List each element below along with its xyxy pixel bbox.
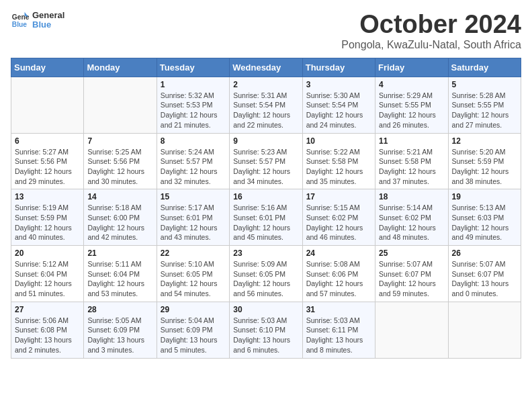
day-detail: Sunrise: 5:09 AMSunset: 6:05 PMDaylight:…	[233, 259, 298, 299]
day-number: 26	[452, 248, 517, 258]
day-cell: 4Sunrise: 5:29 AMSunset: 5:55 PMDaylight…	[375, 77, 448, 133]
day-detail: Sunrise: 5:21 AMSunset: 5:58 PMDaylight:…	[379, 147, 444, 187]
day-detail: Sunrise: 5:32 AMSunset: 5:53 PMDaylight:…	[161, 91, 226, 130]
subtitle: Pongola, KwaZulu-Natal, South Africa	[341, 39, 521, 51]
day-number: 20	[15, 248, 80, 258]
day-detail: Sunrise: 5:16 AMSunset: 6:01 PMDaylight:…	[233, 203, 298, 242]
day-cell	[84, 77, 157, 133]
day-header-sunday: Sunday	[11, 58, 84, 77]
day-cell	[375, 302, 448, 358]
svg-text:General: General	[12, 13, 30, 21]
day-number: 30	[233, 305, 298, 314]
day-number: 22	[161, 248, 226, 258]
day-cell: 21Sunrise: 5:11 AMSunset: 6:04 PMDayligh…	[84, 246, 157, 302]
day-detail: Sunrise: 5:19 AMSunset: 5:59 PMDaylight:…	[15, 203, 80, 242]
day-detail: Sunrise: 5:15 AMSunset: 6:02 PMDaylight:…	[306, 203, 371, 242]
day-cell: 15Sunrise: 5:17 AMSunset: 6:01 PMDayligh…	[157, 189, 229, 246]
day-number: 12	[452, 136, 517, 146]
day-number: 10	[306, 136, 371, 146]
day-number: 3	[306, 80, 371, 89]
day-cell: 2Sunrise: 5:31 AMSunset: 5:54 PMDaylight…	[230, 77, 302, 133]
day-number: 1	[161, 80, 226, 89]
day-cell: 14Sunrise: 5:18 AMSunset: 6:00 PMDayligh…	[84, 189, 157, 246]
day-detail: Sunrise: 5:17 AMSunset: 6:01 PMDaylight:…	[161, 203, 226, 242]
day-cell: 13Sunrise: 5:19 AMSunset: 5:59 PMDayligh…	[11, 189, 84, 246]
day-detail: Sunrise: 5:24 AMSunset: 5:57 PMDaylight:…	[161, 147, 226, 187]
day-header-monday: Monday	[84, 58, 157, 77]
day-cell: 12Sunrise: 5:20 AMSunset: 5:59 PMDayligh…	[448, 133, 521, 189]
day-cell: 28Sunrise: 5:05 AMSunset: 6:09 PMDayligh…	[84, 302, 157, 358]
day-header-wednesday: Wednesday	[230, 58, 302, 77]
day-number: 29	[161, 305, 226, 314]
day-number: 23	[233, 248, 298, 258]
day-cell: 20Sunrise: 5:12 AMSunset: 6:04 PMDayligh…	[11, 246, 84, 302]
day-header-tuesday: Tuesday	[157, 58, 229, 77]
day-cell	[448, 302, 521, 358]
day-number: 6	[15, 136, 80, 146]
day-detail: Sunrise: 5:08 AMSunset: 6:06 PMDaylight:…	[306, 259, 371, 299]
calendar-table: SundayMondayTuesdayWednesdayThursdayFrid…	[11, 58, 521, 359]
day-number: 2	[233, 80, 298, 89]
day-cell: 3Sunrise: 5:30 AMSunset: 5:54 PMDaylight…	[302, 77, 375, 133]
day-detail: Sunrise: 5:12 AMSunset: 6:04 PMDaylight:…	[15, 259, 80, 299]
day-cell: 18Sunrise: 5:14 AMSunset: 6:02 PMDayligh…	[375, 189, 448, 246]
day-number: 14	[87, 192, 152, 201]
day-number: 17	[306, 192, 371, 201]
day-detail: Sunrise: 5:18 AMSunset: 6:00 PMDaylight:…	[87, 203, 152, 242]
day-cell: 9Sunrise: 5:23 AMSunset: 5:57 PMDaylight…	[230, 133, 302, 189]
day-number: 21	[87, 248, 152, 258]
week-row-1: 1Sunrise: 5:32 AMSunset: 5:53 PMDaylight…	[11, 77, 521, 133]
day-cell: 7Sunrise: 5:25 AMSunset: 5:56 PMDaylight…	[84, 133, 157, 189]
week-row-3: 13Sunrise: 5:19 AMSunset: 5:59 PMDayligh…	[11, 189, 521, 246]
day-cell: 23Sunrise: 5:09 AMSunset: 6:05 PMDayligh…	[230, 246, 302, 302]
day-number: 9	[233, 136, 298, 146]
day-number: 25	[379, 248, 444, 258]
logo-icon: General Blue	[11, 11, 30, 30]
calendar-header-row: SundayMondayTuesdayWednesdayThursdayFrid…	[11, 58, 521, 77]
day-cell: 22Sunrise: 5:10 AMSunset: 6:05 PMDayligh…	[157, 246, 229, 302]
day-cell: 10Sunrise: 5:22 AMSunset: 5:58 PMDayligh…	[302, 133, 375, 189]
day-number: 7	[87, 136, 152, 146]
day-cell: 30Sunrise: 5:03 AMSunset: 6:10 PMDayligh…	[230, 302, 302, 358]
week-row-5: 27Sunrise: 5:06 AMSunset: 6:08 PMDayligh…	[11, 302, 521, 358]
logo-blue: Blue	[32, 20, 64, 30]
day-number: 11	[379, 136, 444, 146]
day-detail: Sunrise: 5:30 AMSunset: 5:54 PMDaylight:…	[306, 91, 371, 130]
day-number: 28	[87, 305, 152, 314]
day-cell: 11Sunrise: 5:21 AMSunset: 5:58 PMDayligh…	[375, 133, 448, 189]
day-detail: Sunrise: 5:11 AMSunset: 6:04 PMDaylight:…	[87, 259, 152, 299]
day-number: 16	[233, 192, 298, 201]
day-cell: 31Sunrise: 5:03 AMSunset: 6:11 PMDayligh…	[302, 302, 375, 358]
day-detail: Sunrise: 5:07 AMSunset: 6:07 PMDaylight:…	[379, 259, 444, 299]
day-detail: Sunrise: 5:13 AMSunset: 6:03 PMDaylight:…	[452, 203, 517, 242]
day-detail: Sunrise: 5:20 AMSunset: 5:59 PMDaylight:…	[452, 147, 517, 187]
month-title: October 2024	[341, 11, 521, 39]
day-detail: Sunrise: 5:29 AMSunset: 5:55 PMDaylight:…	[379, 91, 444, 130]
day-header-thursday: Thursday	[302, 58, 375, 77]
day-cell: 17Sunrise: 5:15 AMSunset: 6:02 PMDayligh…	[302, 189, 375, 246]
day-cell: 19Sunrise: 5:13 AMSunset: 6:03 PMDayligh…	[448, 189, 521, 246]
day-cell: 24Sunrise: 5:08 AMSunset: 6:06 PMDayligh…	[302, 246, 375, 302]
day-cell: 26Sunrise: 5:07 AMSunset: 6:07 PMDayligh…	[448, 246, 521, 302]
day-cell	[11, 77, 84, 133]
day-detail: Sunrise: 5:31 AMSunset: 5:54 PMDaylight:…	[233, 91, 298, 130]
day-detail: Sunrise: 5:23 AMSunset: 5:57 PMDaylight:…	[233, 147, 298, 187]
day-detail: Sunrise: 5:28 AMSunset: 5:55 PMDaylight:…	[452, 91, 517, 130]
day-number: 8	[161, 136, 226, 146]
day-cell: 5Sunrise: 5:28 AMSunset: 5:55 PMDaylight…	[448, 77, 521, 133]
day-number: 19	[452, 192, 517, 201]
day-number: 24	[306, 248, 371, 258]
day-cell: 25Sunrise: 5:07 AMSunset: 6:07 PMDayligh…	[375, 246, 448, 302]
day-detail: Sunrise: 5:03 AMSunset: 6:10 PMDaylight:…	[233, 316, 298, 355]
day-detail: Sunrise: 5:25 AMSunset: 5:56 PMDaylight:…	[87, 147, 152, 187]
day-cell: 16Sunrise: 5:16 AMSunset: 6:01 PMDayligh…	[230, 189, 302, 246]
day-cell: 8Sunrise: 5:24 AMSunset: 5:57 PMDaylight…	[157, 133, 229, 189]
day-detail: Sunrise: 5:05 AMSunset: 6:09 PMDaylight:…	[87, 316, 152, 355]
logo: General Blue General Blue	[11, 11, 64, 30]
day-detail: Sunrise: 5:10 AMSunset: 6:05 PMDaylight:…	[161, 259, 226, 299]
day-number: 15	[161, 192, 226, 201]
week-row-4: 20Sunrise: 5:12 AMSunset: 6:04 PMDayligh…	[11, 246, 521, 302]
week-row-2: 6Sunrise: 5:27 AMSunset: 5:56 PMDaylight…	[11, 133, 521, 189]
day-detail: Sunrise: 5:03 AMSunset: 6:11 PMDaylight:…	[306, 316, 371, 355]
day-number: 18	[379, 192, 444, 201]
